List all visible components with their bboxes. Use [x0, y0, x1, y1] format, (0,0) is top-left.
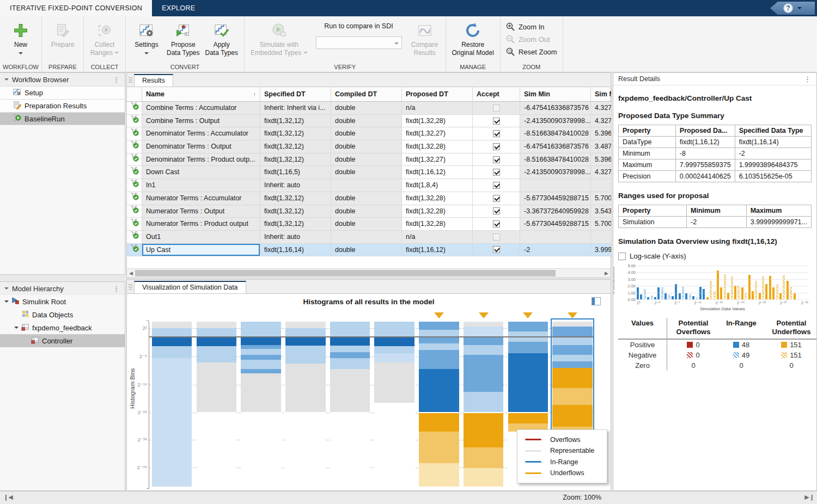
help-icon[interactable]: ? — [783, 3, 793, 13]
mini-bar — [679, 293, 681, 299]
histogram-column[interactable] — [464, 322, 504, 488]
accept-checkbox[interactable] — [493, 182, 500, 189]
accept-cell[interactable] — [473, 166, 520, 179]
table-row[interactable]: Denominator Terms : Product outp...fixdt… — [127, 153, 611, 167]
table-row[interactable]: Combine Terms : Outputfixdt(1,32,12)doub… — [127, 115, 611, 128]
histogram-column[interactable] — [152, 322, 192, 488]
tree-node-simulink-root[interactable]: Simulink Root — [0, 295, 125, 308]
table-row[interactable]: Denominator Terms : Outputfixdt(1,32,12)… — [127, 140, 611, 153]
collapse-right-icon[interactable]: ▶❙ — [804, 494, 814, 501]
accept-cell[interactable] — [473, 205, 520, 218]
accept-checkbox[interactable] — [493, 220, 500, 228]
tab-visualization[interactable]: Visualization of Simulation Data — [134, 281, 246, 293]
proposed-data-type-summary-table: PropertyProposed Da...Specified Data Typ… — [618, 125, 812, 182]
tab-explore[interactable]: EXPLORE — [152, 0, 205, 16]
column-header-compiled-dt[interactable]: Compiled DT — [331, 87, 402, 101]
accept-checkbox[interactable] — [493, 118, 500, 125]
table-header-row: PropertyMinimumMaximum — [619, 205, 812, 217]
sdi-run-combobox[interactable] — [316, 36, 402, 49]
histogram-column[interactable] — [197, 322, 237, 488]
scroll-left-icon[interactable]: ◀ — [129, 271, 133, 276]
table-row[interactable]: Down Castfixdt(1,16,5)doublefixdt(1,16,1… — [127, 166, 611, 179]
expander-icon[interactable] — [14, 327, 19, 331]
accept-checkbox[interactable] — [493, 143, 500, 150]
table-row[interactable]: Combine Terms : AccumulatorInherit: Inhe… — [127, 102, 611, 115]
histogram-column[interactable] — [330, 322, 370, 488]
restore-original-model-button[interactable]: Restore Original Model — [449, 19, 497, 57]
accept-cell[interactable] — [473, 179, 520, 192]
histogram-column[interactable] — [241, 322, 281, 488]
accept-checkbox[interactable] — [493, 195, 500, 202]
table-row[interactable]: Numerator Terms : Product outputfixdt(1,… — [127, 218, 611, 231]
result-icon-cell — [127, 231, 142, 244]
accept-checkbox[interactable] — [493, 130, 500, 137]
count-value: 0 — [739, 361, 743, 370]
accept-cell[interactable] — [473, 231, 520, 244]
histogram-title: Histograms of all results in the model — [127, 298, 611, 306]
settings-button[interactable]: Settings — [129, 19, 164, 57]
accept-cell[interactable] — [473, 140, 520, 153]
expander-icon[interactable] — [4, 300, 9, 305]
accept-cell[interactable] — [473, 192, 520, 205]
tab-results[interactable]: Results — [134, 74, 173, 87]
workflow-item-setup[interactable]: Setup — [0, 86, 125, 99]
accept-cell[interactable] — [473, 115, 520, 128]
group-verify: Simulate with Embedded Types Run to comp… — [245, 16, 446, 72]
column-header-name[interactable]: Name↑ — [142, 87, 260, 101]
column-header-proposed-dt[interactable]: Proposed DT — [402, 87, 473, 101]
panel-grip-icon[interactable] — [129, 284, 132, 290]
table-row[interactable]: Out1Inherit: auton/a — [127, 231, 611, 244]
scrollbar-thumb[interactable] — [135, 270, 556, 276]
table-row[interactable]: In1Inherit: autofixdt(1,8,4) — [127, 179, 611, 192]
kebab-menu-icon[interactable]: ⋮ — [804, 75, 812, 83]
chart-options-icon[interactable] — [592, 297, 601, 305]
collapse-left-icon[interactable]: ❙◀ — [3, 494, 13, 501]
accept-cell[interactable] — [473, 102, 520, 115]
model-hierarchy-tree: Simulink RootData Objectsfxpdemo_feedbac… — [0, 295, 125, 347]
workflow-item-preparation-results[interactable]: Preparation Results — [0, 99, 125, 112]
panel-grip-icon[interactable] — [129, 77, 132, 83]
reset-zoom-button[interactable]: Reset Zoom — [506, 47, 557, 56]
representable-max-line — [149, 336, 594, 337]
propose-data-types-button[interactable]: fi Propose Data Types — [164, 19, 202, 57]
help-dropdown-caret-icon[interactable] — [797, 7, 802, 11]
table-row[interactable]: Numerator Terms : Outputfixdt(1,32,12)do… — [127, 205, 611, 218]
collapse-icon[interactable] — [4, 78, 9, 83]
column-header-specified-dt[interactable]: Specified DT — [260, 87, 331, 101]
histogram-column[interactable] — [419, 322, 459, 488]
result-icon-cell — [127, 192, 142, 205]
accept-cell[interactable] — [473, 153, 520, 167]
accept-checkbox[interactable] — [493, 207, 500, 214]
column-header-icon[interactable] — [127, 87, 142, 101]
new-button[interactable]: New — [3, 19, 38, 57]
column-header-sim-min[interactable]: Sim Min — [520, 87, 591, 101]
workflow-item-baselinerun[interactable]: BaselineRun — [0, 112, 125, 125]
tree-node-fxpdemo_feedback[interactable]: fxpdemo_feedback — [0, 321, 125, 334]
table-row[interactable]: Up Castfixdt(1,16,14)doublefixdt(1,16,12… — [127, 244, 611, 257]
kebab-menu-icon[interactable]: ⋮ — [113, 285, 120, 293]
kebab-menu-icon[interactable]: ⋮ — [113, 76, 120, 84]
group-workflow: New WORKFLOW — [0, 16, 42, 72]
accept-cell[interactable] — [473, 218, 520, 231]
accept-checkbox[interactable] — [493, 169, 500, 176]
collapse-icon[interactable] — [4, 287, 9, 292]
accept-checkbox[interactable] — [493, 246, 500, 253]
accept-cell[interactable] — [473, 127, 520, 140]
column-header-sim-max[interactable]: Sim Max — [591, 87, 612, 101]
scroll-right-icon[interactable]: ▶ — [605, 271, 608, 276]
log-scale-checkbox[interactable] — [618, 253, 626, 260]
histogram-column[interactable] — [285, 322, 326, 488]
accept-checkbox[interactable] — [493, 156, 500, 163]
table-row[interactable]: Numerator Terms : Accumulatorfixdt(1,32,… — [127, 192, 611, 205]
column-header-accept[interactable]: Accept — [473, 87, 520, 101]
tree-node-controller[interactable]: Controller — [0, 334, 125, 347]
horizontal-scrollbar[interactable]: ◀ ▶ — [127, 268, 611, 278]
zoom-in-button[interactable]: Zoom In — [506, 22, 557, 31]
histogram-column[interactable] — [374, 322, 414, 488]
apply-data-types-button[interactable]: Apply Data Types — [202, 19, 240, 57]
tree-node-data-objects[interactable]: Data Objects — [0, 308, 125, 321]
tab-iterative-fixed-point-conversion[interactable]: ITERATIVE FIXED-POINT CONVERSION — [0, 0, 152, 16]
table-row[interactable]: Denominator Terms : Accumulatorfixdt(1,3… — [127, 127, 611, 140]
mini-x-axis-label: Simulation Data Values — [637, 306, 808, 311]
accept-cell[interactable] — [473, 244, 520, 257]
